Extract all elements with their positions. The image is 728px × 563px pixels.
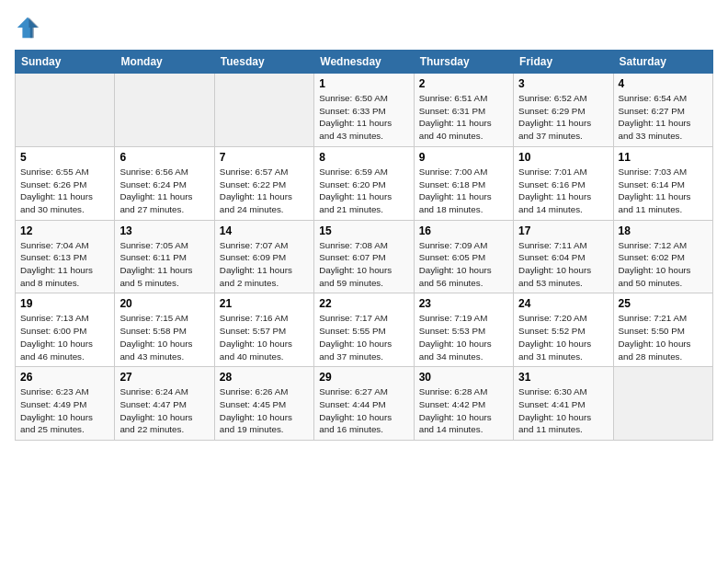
- calendar-cell: 1Sunrise: 6:50 AM Sunset: 6:33 PM Daylig…: [314, 74, 414, 147]
- day-info: Sunrise: 7:04 AM Sunset: 6:13 PM Dayligh…: [20, 239, 109, 290]
- calendar-week-4: 19Sunrise: 7:13 AM Sunset: 6:00 PM Dayli…: [16, 293, 713, 367]
- weekday-thursday: Thursday: [414, 51, 513, 74]
- svg-marker-1: [28, 17, 39, 38]
- day-number: 9: [419, 151, 508, 164]
- calendar-cell: [16, 74, 115, 147]
- day-info: Sunrise: 7:07 AM Sunset: 6:09 PM Dayligh…: [220, 239, 309, 290]
- day-number: 8: [319, 151, 408, 164]
- calendar-cell: 27Sunrise: 6:24 AM Sunset: 4:47 PM Dayli…: [115, 367, 214, 441]
- day-number: 22: [319, 297, 408, 310]
- logo: [15, 15, 42, 40]
- calendar-cell: 15Sunrise: 7:08 AM Sunset: 6:07 PM Dayli…: [314, 220, 414, 293]
- day-info: Sunrise: 6:27 AM Sunset: 4:44 PM Dayligh…: [319, 385, 408, 436]
- weekday-tuesday: Tuesday: [214, 51, 313, 74]
- day-info: Sunrise: 6:54 AM Sunset: 6:27 PM Dayligh…: [619, 92, 708, 143]
- day-number: 19: [20, 297, 109, 310]
- day-info: Sunrise: 7:15 AM Sunset: 5:58 PM Dayligh…: [119, 312, 209, 362]
- weekday-saturday: Saturday: [613, 51, 712, 74]
- day-info: Sunrise: 7:00 AM Sunset: 6:18 PM Dayligh…: [419, 166, 508, 216]
- day-number: 24: [518, 297, 608, 310]
- calendar-cell: 18Sunrise: 7:12 AM Sunset: 6:02 PM Dayli…: [613, 220, 712, 293]
- day-info: Sunrise: 7:03 AM Sunset: 6:14 PM Dayligh…: [619, 166, 708, 216]
- day-number: 3: [518, 77, 608, 90]
- calendar-cell: 20Sunrise: 7:15 AM Sunset: 5:58 PM Dayli…: [115, 293, 214, 367]
- day-number: 18: [619, 224, 708, 237]
- day-number: 21: [220, 297, 309, 310]
- day-number: 30: [419, 371, 508, 384]
- day-info: Sunrise: 7:21 AM Sunset: 5:50 PM Dayligh…: [619, 312, 708, 362]
- day-info: Sunrise: 7:08 AM Sunset: 6:07 PM Dayligh…: [319, 239, 408, 290]
- calendar-header: SundayMondayTuesdayWednesdayThursdayFrid…: [16, 51, 713, 74]
- day-number: 28: [220, 371, 309, 384]
- day-number: 6: [119, 151, 209, 164]
- calendar-cell: 13Sunrise: 7:05 AM Sunset: 6:11 PM Dayli…: [115, 220, 214, 293]
- calendar-cell: 30Sunrise: 6:28 AM Sunset: 4:42 PM Dayli…: [414, 367, 513, 441]
- weekday-friday: Friday: [514, 51, 613, 74]
- logo-icon: [15, 15, 40, 40]
- day-number: 2: [419, 77, 508, 90]
- page-header: [15, 15, 713, 40]
- day-number: 29: [319, 371, 408, 384]
- weekday-sunday: Sunday: [16, 51, 115, 74]
- day-info: Sunrise: 6:28 AM Sunset: 4:42 PM Dayligh…: [419, 385, 508, 436]
- calendar-body: 1Sunrise: 6:50 AM Sunset: 6:33 PM Daylig…: [16, 74, 713, 441]
- day-info: Sunrise: 6:26 AM Sunset: 4:45 PM Dayligh…: [220, 385, 309, 436]
- day-number: 15: [319, 224, 408, 237]
- weekday-wednesday: Wednesday: [314, 51, 414, 74]
- day-number: 17: [518, 224, 608, 237]
- calendar-cell: 2Sunrise: 6:51 AM Sunset: 6:31 PM Daylig…: [414, 74, 513, 147]
- calendar-cell: 26Sunrise: 6:23 AM Sunset: 4:49 PM Dayli…: [16, 367, 115, 441]
- calendar-cell: 5Sunrise: 6:55 AM Sunset: 6:26 PM Daylig…: [16, 146, 115, 220]
- day-info: Sunrise: 7:05 AM Sunset: 6:11 PM Dayligh…: [119, 239, 209, 290]
- calendar-cell: 12Sunrise: 7:04 AM Sunset: 6:13 PM Dayli…: [16, 220, 115, 293]
- day-number: 5: [20, 151, 109, 164]
- calendar-cell: 7Sunrise: 6:57 AM Sunset: 6:22 PM Daylig…: [214, 146, 313, 220]
- calendar-cell: 23Sunrise: 7:19 AM Sunset: 5:53 PM Dayli…: [414, 293, 513, 367]
- calendar-cell: 21Sunrise: 7:16 AM Sunset: 5:57 PM Dayli…: [214, 293, 313, 367]
- weekday-monday: Monday: [115, 51, 214, 74]
- calendar-week-2: 5Sunrise: 6:55 AM Sunset: 6:26 PM Daylig…: [16, 146, 713, 220]
- day-info: Sunrise: 7:20 AM Sunset: 5:52 PM Dayligh…: [518, 312, 608, 362]
- day-info: Sunrise: 6:56 AM Sunset: 6:24 PM Dayligh…: [119, 166, 209, 216]
- day-info: Sunrise: 7:13 AM Sunset: 6:00 PM Dayligh…: [20, 312, 109, 362]
- calendar-cell: 31Sunrise: 6:30 AM Sunset: 4:41 PM Dayli…: [514, 367, 613, 441]
- weekday-header-row: SundayMondayTuesdayWednesdayThursdayFrid…: [16, 51, 713, 74]
- calendar-cell: 16Sunrise: 7:09 AM Sunset: 6:05 PM Dayli…: [414, 220, 513, 293]
- day-number: 23: [419, 297, 508, 310]
- calendar-cell: 9Sunrise: 7:00 AM Sunset: 6:18 PM Daylig…: [414, 146, 513, 220]
- day-number: 25: [619, 297, 708, 310]
- day-number: 31: [518, 371, 608, 384]
- day-number: 4: [619, 77, 708, 90]
- day-info: Sunrise: 7:09 AM Sunset: 6:05 PM Dayligh…: [419, 239, 508, 290]
- calendar-cell: [115, 74, 214, 147]
- day-info: Sunrise: 6:55 AM Sunset: 6:26 PM Dayligh…: [20, 166, 109, 216]
- day-number: 27: [119, 371, 209, 384]
- day-number: 16: [419, 224, 508, 237]
- calendar-cell: 3Sunrise: 6:52 AM Sunset: 6:29 PM Daylig…: [514, 74, 613, 147]
- calendar-cell: 29Sunrise: 6:27 AM Sunset: 4:44 PM Dayli…: [314, 367, 414, 441]
- day-info: Sunrise: 6:51 AM Sunset: 6:31 PM Dayligh…: [419, 92, 508, 143]
- calendar-cell: 17Sunrise: 7:11 AM Sunset: 6:04 PM Dayli…: [514, 220, 613, 293]
- day-number: 14: [220, 224, 309, 237]
- day-info: Sunrise: 6:23 AM Sunset: 4:49 PM Dayligh…: [20, 385, 109, 436]
- day-info: Sunrise: 6:52 AM Sunset: 6:29 PM Dayligh…: [518, 92, 608, 143]
- calendar-cell: 4Sunrise: 6:54 AM Sunset: 6:27 PM Daylig…: [613, 74, 712, 147]
- calendar-cell: [613, 367, 712, 441]
- calendar-cell: 19Sunrise: 7:13 AM Sunset: 6:00 PM Dayli…: [16, 293, 115, 367]
- day-info: Sunrise: 7:17 AM Sunset: 5:55 PM Dayligh…: [319, 312, 408, 362]
- calendar-table: SundayMondayTuesdayWednesdayThursdayFrid…: [15, 50, 713, 441]
- calendar-week-1: 1Sunrise: 6:50 AM Sunset: 6:33 PM Daylig…: [16, 74, 713, 147]
- day-info: Sunrise: 6:50 AM Sunset: 6:33 PM Dayligh…: [319, 92, 408, 143]
- day-number: 7: [220, 151, 309, 164]
- day-number: 13: [119, 224, 209, 237]
- day-info: Sunrise: 6:59 AM Sunset: 6:20 PM Dayligh…: [319, 166, 408, 216]
- day-info: Sunrise: 6:57 AM Sunset: 6:22 PM Dayligh…: [220, 166, 309, 216]
- day-info: Sunrise: 7:11 AM Sunset: 6:04 PM Dayligh…: [518, 239, 608, 290]
- calendar-cell: 10Sunrise: 7:01 AM Sunset: 6:16 PM Dayli…: [514, 146, 613, 220]
- day-info: Sunrise: 7:12 AM Sunset: 6:02 PM Dayligh…: [619, 239, 708, 290]
- calendar-week-3: 12Sunrise: 7:04 AM Sunset: 6:13 PM Dayli…: [16, 220, 713, 293]
- day-number: 26: [20, 371, 109, 384]
- calendar-cell: 22Sunrise: 7:17 AM Sunset: 5:55 PM Dayli…: [314, 293, 414, 367]
- calendar-cell: 25Sunrise: 7:21 AM Sunset: 5:50 PM Dayli…: [613, 293, 712, 367]
- day-number: 12: [20, 224, 109, 237]
